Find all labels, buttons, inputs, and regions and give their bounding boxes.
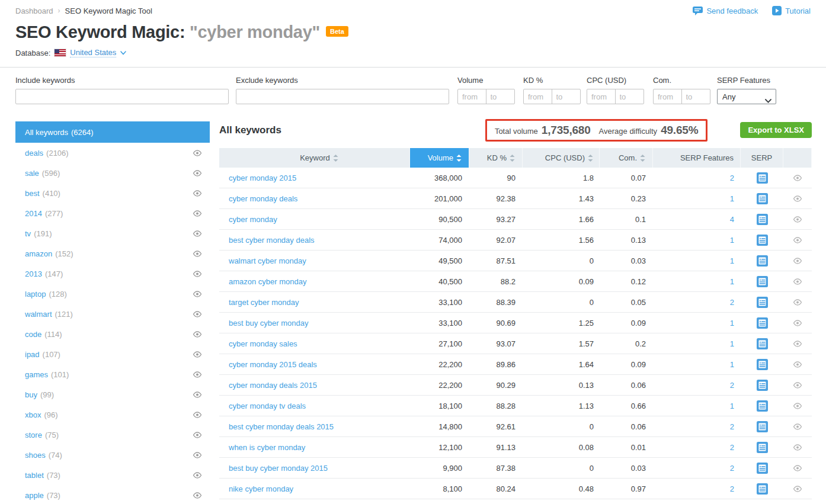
sidebar-item-sale[interactable]: sale(596) [15, 163, 210, 183]
serp-list-icon[interactable] [757, 297, 768, 308]
exclude-keywords-input[interactable] [236, 89, 449, 104]
sidebar-item-all-keywords[interactable]: All keywords (6264) [15, 121, 210, 143]
serp-list-icon[interactable] [757, 276, 768, 287]
eye-icon[interactable] [793, 258, 802, 264]
eye-icon[interactable] [193, 291, 202, 297]
serp-features-count-link[interactable]: 1 [730, 360, 734, 369]
keyword-link[interactable]: target cyber monday [229, 298, 299, 307]
eye-icon[interactable] [193, 391, 202, 398]
eye-icon[interactable] [793, 237, 802, 243]
serp-features-count-link[interactable]: 1 [730, 402, 734, 410]
sidebar-item-best[interactable]: best(410) [15, 183, 210, 203]
serp-features-count-link[interactable]: 2 [730, 484, 734, 493]
eye-icon[interactable] [193, 251, 202, 257]
eye-icon[interactable] [193, 311, 202, 317]
keyword-link[interactable]: cyber monday deals [229, 194, 297, 203]
sidebar-item-walmart[interactable]: walmart(121) [15, 304, 210, 324]
include-keywords-input[interactable] [15, 89, 229, 104]
keyword-link[interactable]: cyber monday sales [229, 339, 297, 348]
eye-icon[interactable] [193, 271, 202, 277]
eye-icon[interactable] [793, 216, 802, 223]
sidebar-item-2014[interactable]: 2014(277) [15, 203, 210, 223]
keyword-link[interactable]: cyber monday [229, 215, 277, 224]
sidebar-item-tablet[interactable]: tablet(73) [15, 465, 210, 485]
serp-list-icon[interactable] [757, 442, 768, 453]
database-selector[interactable]: United States [70, 48, 116, 57]
serp-features-count-link[interactable]: 2 [730, 174, 734, 182]
eye-icon[interactable] [793, 403, 802, 409]
eye-icon[interactable] [793, 382, 802, 389]
eye-icon[interactable] [793, 465, 802, 471]
serp-list-icon[interactable] [757, 172, 768, 184]
serp-features-count-link[interactable]: 1 [730, 319, 734, 328]
sidebar-item-buy[interactable]: buy(99) [15, 384, 210, 405]
eye-icon[interactable] [193, 351, 202, 358]
serp-list-icon[interactable] [757, 338, 768, 349]
keyword-link[interactable]: cyber monday 2015 deals [229, 360, 317, 369]
eye-icon[interactable] [793, 175, 802, 181]
serp-features-count-link[interactable]: 2 [730, 422, 734, 431]
serp-features-count-link[interactable]: 1 [730, 194, 734, 203]
eye-icon[interactable] [193, 230, 202, 237]
keyword-link[interactable]: best buy cyber monday [229, 319, 308, 328]
range-from-input[interactable] [654, 89, 682, 104]
serp-list-icon[interactable] [757, 214, 768, 225]
eye-icon[interactable] [193, 331, 202, 338]
serp-features-count-link[interactable]: 1 [730, 277, 734, 286]
range-from-input[interactable] [458, 89, 486, 104]
range-from-input[interactable] [524, 89, 552, 104]
sidebar-item-xbox[interactable]: xbox(96) [15, 405, 210, 425]
keyword-link[interactable]: cyber monday deals 2015 [229, 381, 317, 390]
serp-features-count-link[interactable]: 2 [730, 298, 734, 307]
eye-icon[interactable] [193, 210, 202, 217]
eye-icon[interactable] [793, 486, 802, 492]
eye-icon[interactable] [793, 423, 802, 430]
range-to-input[interactable] [616, 89, 644, 104]
sidebar-item-tv[interactable]: tv(191) [15, 223, 210, 243]
column-header-kd-[interactable]: KD % [469, 148, 523, 168]
column-header-keyword[interactable]: Keyword [219, 148, 410, 168]
serp-list-icon[interactable] [757, 255, 768, 267]
send-feedback-button[interactable]: Send feedback [693, 7, 758, 15]
serp-list-icon[interactable] [757, 317, 768, 329]
keyword-link[interactable]: best cyber monday deals 2015 [229, 422, 334, 431]
sidebar-item-deals[interactable]: deals(2106) [15, 143, 210, 163]
eye-icon[interactable] [193, 432, 202, 438]
sidebar-item-ipad[interactable]: ipad(107) [15, 344, 210, 364]
eye-icon[interactable] [793, 361, 802, 368]
keyword-link[interactable]: cyber monday 2015 [229, 174, 296, 182]
eye-icon[interactable] [193, 150, 202, 156]
breadcrumb-dashboard-link[interactable]: Dashboard [15, 7, 53, 15]
eye-icon[interactable] [793, 320, 802, 326]
column-header-cpc-usd-[interactable]: CPC (USD) [523, 148, 600, 168]
serp-features-count-link[interactable]: 1 [730, 236, 734, 245]
eye-icon[interactable] [193, 190, 202, 197]
sidebar-item-store[interactable]: store(75) [15, 425, 210, 445]
keyword-link[interactable]: amazon cyber monday [229, 277, 307, 286]
serp-features-count-link[interactable]: 1 [730, 339, 734, 348]
serp-list-icon[interactable] [757, 400, 768, 412]
eye-icon[interactable] [793, 341, 802, 347]
eye-icon[interactable] [793, 278, 802, 285]
range-from-input[interactable] [587, 89, 616, 104]
keyword-link[interactable]: best buy cyber monday 2015 [229, 464, 328, 473]
sidebar-item-code[interactable]: code(114) [15, 324, 210, 344]
eye-icon[interactable] [193, 452, 202, 458]
eye-icon[interactable] [193, 371, 202, 378]
eye-icon[interactable] [793, 195, 802, 202]
column-header-volume[interactable]: Volume [410, 148, 469, 168]
keyword-link[interactable]: cyber monday tv deals [229, 402, 306, 410]
serp-features-count-link[interactable]: 2 [730, 464, 734, 473]
serp-features-count-link[interactable]: 2 [730, 443, 734, 452]
range-to-input[interactable] [682, 89, 710, 104]
eye-icon[interactable] [193, 472, 202, 479]
serp-features-count-link[interactable]: 2 [730, 381, 734, 390]
serp-list-icon[interactable] [757, 359, 768, 370]
serp-list-icon[interactable] [757, 235, 768, 246]
serp-list-icon[interactable] [757, 380, 768, 391]
keyword-link[interactable]: nike cyber monday [229, 484, 293, 493]
eye-icon[interactable] [193, 492, 202, 499]
keyword-link[interactable]: best cyber monday deals [229, 236, 315, 245]
keyword-link[interactable]: walmart cyber monday [229, 256, 306, 265]
eye-icon[interactable] [793, 444, 802, 451]
